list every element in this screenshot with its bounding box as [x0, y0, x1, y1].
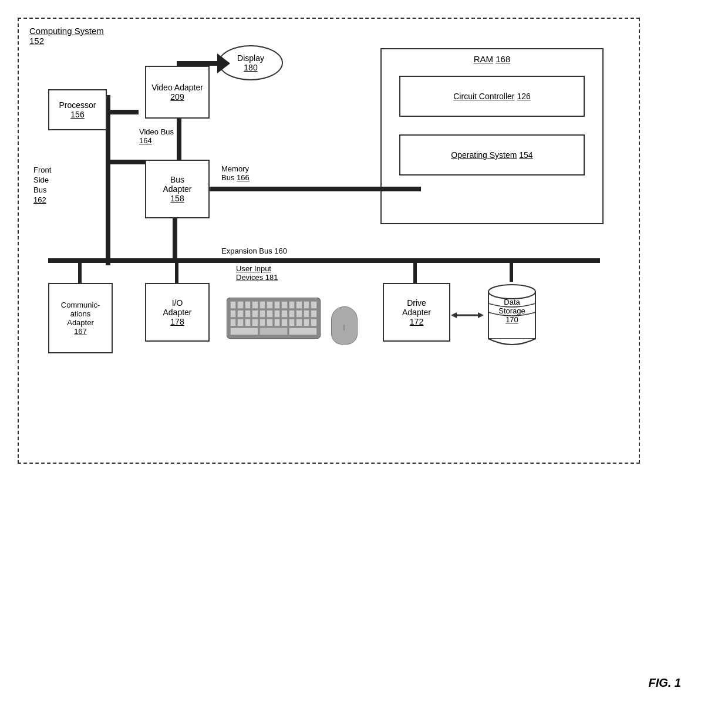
os-box: Operating System 154	[399, 134, 585, 176]
fsb-to-busadapter-line	[106, 160, 149, 164]
memory-bus-text: Memory	[221, 164, 250, 173]
computing-system-text: Computing System	[29, 26, 104, 36]
keyboard-icon	[227, 298, 321, 339]
keyboard-mouse-area	[224, 277, 359, 359]
circuit-controller-box: Circuit Controller 126	[399, 76, 585, 117]
video-adapter-box: Video Adapter 209	[145, 66, 210, 119]
video-bus-line	[177, 119, 181, 163]
comm-adapter-box: Communic-ationsAdapter 167	[48, 283, 113, 353]
drive-adapter-box: DriveAdapter 172	[383, 283, 450, 342]
expansion-bus-line	[48, 258, 600, 263]
computing-system-label: Computing System 152	[29, 26, 104, 46]
ram-box: RAM 168 Circuit Controller 126 Operating…	[380, 48, 604, 224]
io-adapter-id: 178	[170, 317, 184, 326]
ram-label: RAM 168	[474, 54, 511, 64]
ram-label-text: RAM	[474, 54, 493, 64]
busadapter-expbus-line	[173, 217, 177, 261]
processor-box: Processor 156	[48, 89, 107, 130]
comm-adapter-id: 167	[74, 327, 87, 336]
video-bus-text: Video Bus	[139, 127, 174, 136]
data-storage-cylinder: DataStorage 170	[483, 280, 541, 350]
vert-conn-drive	[413, 259, 417, 286]
computing-system-id: 152	[29, 36, 104, 46]
os-text: Operating System	[451, 150, 517, 160]
expansion-bus-text: Expansion Bus	[221, 247, 274, 255]
data-storage-text: DataStorage	[483, 298, 541, 315]
memory-bus-label: Memory Bus 166	[221, 164, 250, 182]
display-arrow	[217, 53, 230, 73]
drive-adapter-text: DriveAdapter	[402, 298, 431, 317]
expansion-bus-id: 160	[274, 247, 287, 255]
fsb-id: 162	[33, 195, 51, 205]
ram-id: 168	[496, 54, 510, 64]
video-adapter-id: 209	[170, 92, 184, 102]
display-text: Display	[237, 53, 264, 63]
drive-adapter-id: 172	[410, 317, 423, 326]
memory-bus-line	[210, 187, 421, 191]
diagram-container: Computing System 152 RAM 168 Circuit Con…	[18, 18, 640, 464]
video-bus-id: 164	[139, 136, 174, 145]
video-bus-label: Video Bus 164	[139, 127, 174, 145]
io-adapter-box: I/OAdapter 178	[145, 283, 210, 342]
svg-marker-1	[451, 312, 457, 318]
svg-marker-2	[478, 312, 484, 318]
fsb-label: FrontSideBus 162	[33, 166, 51, 205]
bus-adapter-text: BusAdapter	[163, 175, 191, 194]
memory-bus-text2: Bus 166	[221, 173, 250, 182]
figure-label: FIG. 1	[648, 676, 681, 690]
bus-adapter-id: 158	[170, 194, 184, 203]
video-adapter-text: Video Adapter	[151, 83, 203, 92]
drive-storage-arrow	[451, 311, 484, 320]
processor-text: Processor	[59, 100, 96, 110]
expansion-bus-label: Expansion Bus 160	[221, 247, 287, 255]
circuit-controller-text: Circuit Controller	[453, 92, 514, 101]
bus-adapter-box: BusAdapter 158	[145, 160, 210, 218]
fsb-text: FrontSideBus	[33, 166, 51, 195]
io-adapter-text: I/OAdapter	[163, 298, 191, 317]
storage-conn	[510, 259, 513, 282]
processor-id: 156	[70, 110, 84, 119]
proc-to-fsb-line	[106, 110, 139, 114]
os-id: 154	[519, 150, 532, 160]
svg-point-4	[488, 285, 535, 299]
circuit-controller-id: 126	[517, 92, 530, 101]
comm-adapter-text: Communic-ationsAdapter	[61, 301, 100, 327]
vert-conn-io	[175, 259, 178, 286]
vert-conn-comm	[78, 259, 82, 286]
mouse-icon	[331, 306, 358, 345]
display-id: 180	[244, 63, 257, 72]
data-storage-label: DataStorage 170	[483, 298, 541, 324]
data-storage-id: 170	[483, 315, 541, 324]
